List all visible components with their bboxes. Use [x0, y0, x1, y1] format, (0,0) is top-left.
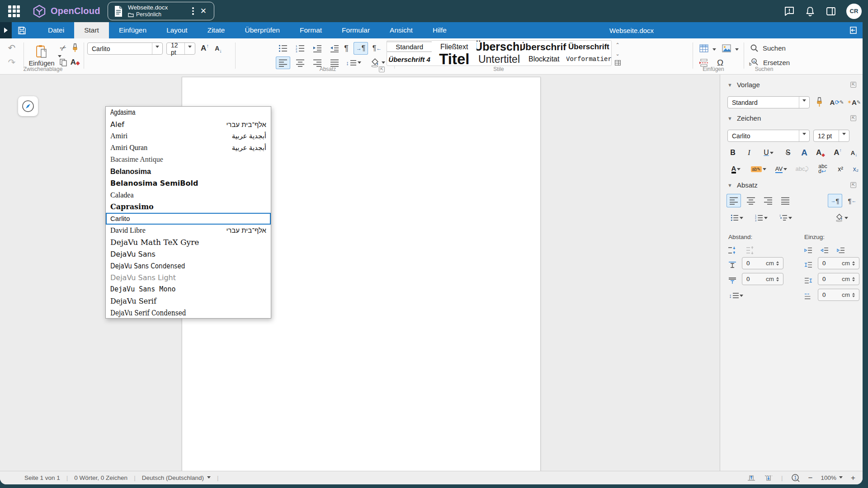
menu-ansicht[interactable]: Ansicht — [380, 22, 423, 38]
highlight-fill-button[interactable] — [367, 56, 389, 69]
sidebar-bullet-list-button[interactable] — [726, 211, 747, 225]
sidebar-align-justify-button[interactable] — [778, 194, 793, 207]
italic-button[interactable]: I — [742, 146, 756, 160]
feedback-icon[interactable] — [784, 6, 795, 17]
style-vorformatiert[interactable]: Vorformatier — [566, 53, 611, 66]
paste-button[interactable]: Einfügen — [27, 42, 56, 69]
font-option-dejavu-sans-condensed[interactable]: DejaVu Sans Condensed — [106, 260, 271, 272]
style-standard[interactable]: Standard — [387, 41, 432, 53]
zoom-reset-icon[interactable]: 1 — [791, 474, 800, 483]
insert-table-caret[interactable] — [712, 48, 716, 52]
character-dialog-launcher[interactable]: ⇱ — [850, 115, 856, 121]
sidebar-paragraph-fill-button[interactable] — [831, 211, 852, 225]
indent-before-spinner[interactable] — [850, 260, 859, 267]
font-option-dejavu-sans[interactable]: DejaVu Sans — [106, 248, 271, 260]
paragraph-ltr-button[interactable]: →¶ — [354, 42, 368, 55]
style-ueberschrift-1[interactable]: Überschr — [476, 41, 521, 53]
indent-after-spinner[interactable] — [850, 276, 859, 283]
app-switcher-icon[interactable] — [8, 5, 20, 17]
language-selector[interactable]: Deutsch (Deutschland) — [142, 474, 211, 481]
sidebar-numbered-list-button[interactable]: 123 — [751, 211, 772, 225]
menu-ueberpruefen[interactable]: Überprüfen — [235, 22, 290, 38]
style-titel[interactable]: Titel — [432, 53, 476, 66]
sidebar-increase-indent-button[interactable] — [802, 244, 814, 256]
font-option-belanosima[interactable]: Belanosima — [106, 165, 271, 177]
character-spacing-button[interactable]: AV — [771, 162, 792, 176]
spacing-above-field[interactable]: 0cm — [742, 257, 783, 269]
underline-button[interactable]: U — [758, 146, 779, 160]
style-fliesstext[interactable]: Fließtext — [432, 41, 476, 53]
menu-zitate[interactable]: Zitate — [198, 22, 235, 38]
shadow-button[interactable]: A — [797, 146, 811, 160]
style-blockzitat[interactable]: Blockzitat — [522, 53, 566, 66]
multi-page-view-icon[interactable] — [764, 474, 773, 482]
highlight-color-button[interactable]: ab✎ — [748, 162, 769, 176]
clone-formatting-button[interactable] — [813, 96, 825, 108]
spacing-below-spinner[interactable] — [774, 276, 783, 283]
styles-scroll-down-button[interactable]: ⌄ — [613, 50, 622, 58]
font-color-button[interactable]: A — [726, 162, 746, 176]
sidebar-line-spacing-button[interactable]: ↕ — [726, 289, 746, 302]
menu-start[interactable]: Start — [74, 22, 109, 38]
menu-datei[interactable]: Datei — [38, 22, 74, 38]
document-canvas[interactable]: Agdasima Alefאלף־בית עברי Amiriأبجدية عر… — [0, 75, 720, 471]
insert-table-button[interactable] — [697, 42, 711, 55]
menu-format[interactable]: Format — [290, 22, 332, 38]
change-case-button[interactable]: abc⤸ — [793, 162, 811, 176]
undo-button[interactable]: ↶ — [5, 42, 18, 54]
subscript-button[interactable]: x₂ — [849, 162, 863, 176]
font-option-belanosima-semibold[interactable]: Belanosima SemiBold — [106, 178, 271, 189]
paragraph-sidebar-dialog-launcher[interactable]: ⇱ — [850, 182, 856, 188]
font-option-bacasime-antique[interactable]: Bacasime Antique — [106, 154, 271, 165]
cut-button[interactable]: ✂ — [57, 42, 70, 54]
decrease-spacing-button[interactable] — [745, 244, 756, 256]
page-info[interactable]: Seite 1 von 1 — [24, 474, 60, 481]
styles-scroll-up-button[interactable]: ⌃ — [613, 41, 622, 49]
bold-button[interactable]: B — [726, 146, 740, 160]
strikethrough-button[interactable]: S — [781, 146, 795, 160]
zoom-in-button[interactable]: + — [851, 474, 855, 483]
sidebar-clear-formatting-button[interactable]: A◆ — [813, 146, 828, 160]
first-line-indent-field[interactable]: 0cm — [818, 289, 859, 301]
font-name-dropdown-arrow[interactable] — [152, 43, 162, 54]
align-center-button[interactable] — [293, 56, 307, 69]
paragraph-rtl-button[interactable]: ¶← — [370, 42, 384, 55]
sidebar-outline-list-button[interactable]: 1 — [775, 211, 796, 225]
opencloud-logo[interactable]: OpenCloud — [33, 5, 100, 18]
font-name-combobox[interactable]: Carlito — [87, 42, 163, 55]
font-option-alef[interactable]: Alefאלף־בית עברי — [106, 118, 271, 130]
hanging-indent-button[interactable] — [835, 244, 847, 256]
zoom-level-selector[interactable]: 100% — [821, 474, 843, 481]
user-avatar[interactable]: CR — [846, 4, 862, 19]
navigator-button[interactable] — [18, 96, 38, 116]
insert-image-caret[interactable] — [735, 48, 739, 52]
spacing-above-spinner[interactable] — [774, 260, 783, 267]
paragraph-style-combobox[interactable]: Standard — [727, 96, 810, 108]
font-option-agdasima[interactable]: Agdasima — [106, 107, 271, 118]
tab-menu-icon[interactable] — [189, 5, 198, 17]
formatting-marks-button[interactable]: ¶ — [340, 42, 353, 55]
side-panel-icon[interactable] — [826, 6, 836, 17]
close-document-button[interactable] — [847, 24, 859, 36]
clear-formatting-button[interactable]: A◆ — [69, 56, 81, 68]
paragraph-dialog-launcher[interactable]: ⇱ — [379, 66, 385, 72]
font-option-dejavu-sans-mono[interactable]: DejaVu Sans Mono — [106, 283, 271, 295]
font-size-combobox[interactable]: 12 pt — [166, 42, 195, 55]
sidebar-align-left-button[interactable] — [726, 194, 741, 207]
sidebar-collapse-button[interactable] — [0, 22, 12, 38]
superscript-button[interactable]: x² — [833, 162, 848, 176]
style-section-header[interactable]: ▼ Vorlage — [727, 81, 760, 89]
spacing-below-field[interactable]: 0cm — [742, 273, 783, 285]
zoom-out-button[interactable]: − — [808, 474, 813, 483]
menu-layout[interactable]: Layout — [156, 22, 198, 38]
font-option-dejavu-math[interactable]: DejaVu Math TeX Gyre — [106, 236, 271, 248]
numbered-list-button[interactable]: 123 — [293, 42, 307, 55]
font-option-amiri[interactable]: Amiriأبجدية عربية — [106, 130, 271, 142]
save-button[interactable] — [12, 22, 32, 38]
sidebar-rtl-button[interactable]: ¶← — [845, 194, 859, 207]
sidebar-align-center-button[interactable] — [744, 194, 758, 207]
redo-button[interactable]: ↷ — [5, 56, 18, 68]
sidebar-font-name-combobox[interactable]: Carlito — [727, 130, 810, 142]
font-option-carlito[interactable]: Carlito — [106, 213, 271, 225]
increase-spacing-button[interactable] — [726, 244, 738, 256]
